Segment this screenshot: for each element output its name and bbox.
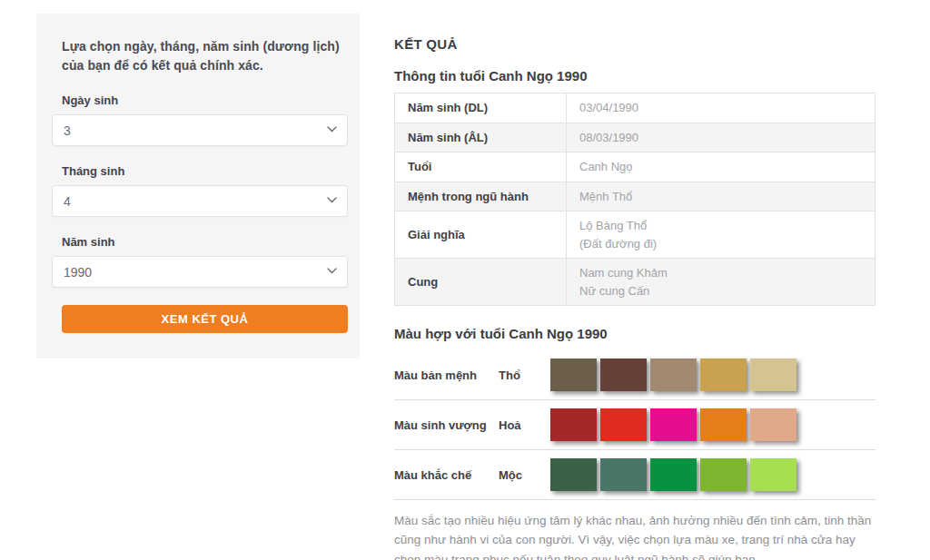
color-row-element: Thổ [499,368,550,382]
color-row-khac-che: Màu khắc chế Mộc [394,450,876,500]
month-field: Tháng sinh 4 [52,164,348,217]
colors-heading: Màu hợp với tuổi Canh Ngọ 1990 [394,326,876,341]
swatch-strip [550,408,796,441]
color-swatch [650,359,697,391]
day-select[interactable]: 3 [52,114,348,146]
color-swatch [650,408,697,441]
table-row: Năm sinh (ÂL) 08/03/1990 [395,123,876,152]
swatch-strip [550,458,796,491]
color-row-label: Màu bản mệnh [394,368,499,382]
row-label: Giải nghĩa [395,211,567,259]
row-label: Cung [395,259,567,306]
birth-form-panel: Lựa chọn ngày, tháng, năm sinh (dương lị… [36,14,360,359]
color-swatch [550,359,597,391]
color-row-element: Hoả [499,418,550,432]
color-swatch [750,408,796,441]
year-field: Năm sinh 1990 [52,235,348,288]
day-label: Ngày sinh [62,93,348,107]
row-value: Nam cung Khảm Nữ cung Cấn [567,259,876,306]
color-row-element: Mộc [499,468,550,482]
year-label: Năm sinh [62,235,348,249]
age-info-heading: Thông tin tuổi Canh Ngọ 1990 [394,68,876,84]
form-intro: Lựa chọn ngày, tháng, năm sinh (dương lị… [62,37,348,75]
table-row: Năm sinh (DL) 03/04/1990 [395,93,876,123]
row-value: Canh Ngọ [567,152,876,182]
color-swatch [550,408,597,441]
color-swatch [750,359,796,391]
day-field: Ngày sinh 3 [52,93,348,146]
color-row-sinh-vuong: Màu sinh vượng Hoả [394,400,876,450]
color-swatch [550,458,597,491]
color-swatch [600,359,647,391]
month-select[interactable]: 4 [52,185,348,217]
swatch-strip [550,359,796,391]
month-label: Tháng sinh [62,164,348,178]
row-label: Mệnh trong ngũ hành [395,182,567,211]
row-label: Năm sinh (DL) [395,93,567,123]
color-swatch [650,458,697,491]
row-label: Tuổi [395,152,567,182]
age-info-table: Năm sinh (DL) 03/04/1990 Năm sinh (ÂL) 0… [394,93,876,306]
color-swatch [600,408,647,441]
row-value: Lộ Bàng Thổ (Đất đường đi) [567,211,876,259]
view-result-button[interactable]: XEM KẾT QUẢ [62,305,348,333]
color-swatch [700,458,747,491]
table-row: Cung Nam cung Khảm Nữ cung Cấn [395,259,876,306]
table-row: Giải nghĩa Lộ Bàng Thổ (Đất đường đi) [395,211,876,259]
color-row-ban-menh: Màu bản mệnh Thổ [394,350,876,400]
color-row-label: Màu sinh vượng [394,418,499,432]
color-swatch [600,458,647,491]
color-swatch [700,359,747,391]
row-label: Năm sinh (ÂL) [395,123,567,152]
color-swatch [750,458,796,491]
row-value: Mệnh Thổ [567,182,876,211]
row-value: 03/04/1990 [567,93,876,123]
table-row: Mệnh trong ngũ hành Mệnh Thổ [395,182,876,211]
color-meaning-text: Màu sắc tạo nhiều hiệu ứng tâm lý khác n… [394,511,876,560]
table-row: Tuổi Canh Ngọ [395,152,876,182]
color-swatch [700,408,747,441]
results-section: KẾT QUẢ Thông tin tuổi Canh Ngọ 1990 Năm… [394,36,876,560]
color-row-label: Màu khắc chế [394,468,499,482]
year-select[interactable]: 1990 [52,256,348,288]
results-title: KẾT QUẢ [394,36,876,52]
page: Lựa chọn ngày, tháng, năm sinh (dương lị… [0,0,930,560]
row-value: 08/03/1990 [567,123,876,152]
